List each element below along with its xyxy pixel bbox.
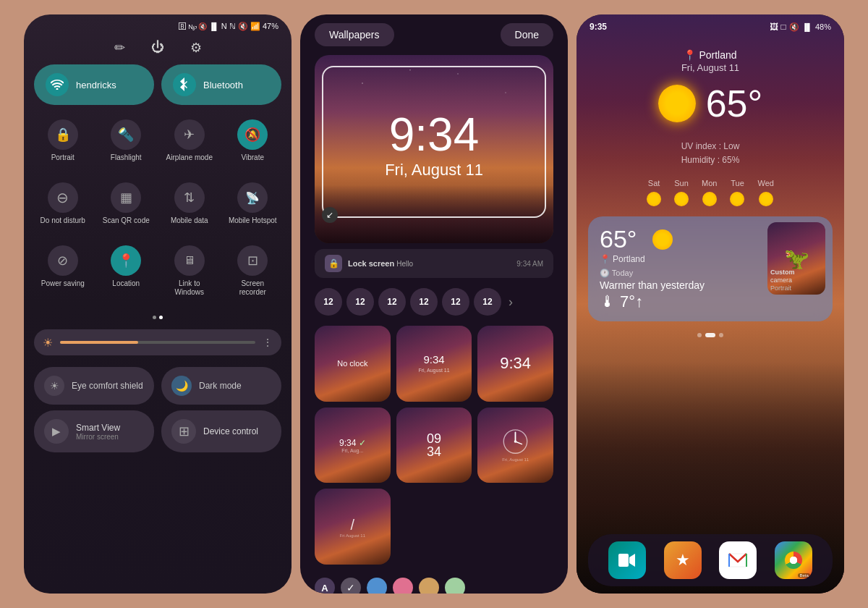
device-control-tile[interactable]: ⊞ Device control [161,410,281,452]
stacked-label: 0934 [427,432,441,458]
forecast-sun-tue [730,192,744,206]
wifi-tile[interactable]: hendricks [34,64,154,105]
settings-icon[interactable]: ⚙ [190,40,202,56]
wallpapers-button[interactable]: Wallpapers [315,23,394,46]
dock-faves-icon[interactable]: ★ [664,541,702,579]
widget-pin-icon: 📍 [600,254,610,264]
link-windows-tile[interactable]: 🖥 Link to Windows [161,238,218,304]
chrome-inner [785,552,802,569]
flashlight-tile[interactable]: 🔦 Flashlight [98,112,156,169]
edit-icon[interactable]: ✏ [114,40,125,56]
home-status-icons: 🖼 □ 🔇 ▐▌ 48% [770,22,831,32]
stacked-time: 0934 [427,432,441,458]
smart-view-tile[interactable]: ▶ Smart View Mirror screen [34,410,154,452]
dnd-tile[interactable]: ⊖ Do not disturb [34,175,92,232]
battery-outline-icon: □ [781,22,786,32]
color-dot-pink[interactable] [393,578,413,594]
flashlight-label: Flashlight [111,153,142,162]
hotspot-tile[interactable]: 📡 Mobile Hotspot [224,175,282,232]
airplane-tile[interactable]: ✈ Airplane mode [161,112,218,169]
eye-comfort-toggle[interactable]: ☀ Eye comfort shield [34,367,154,405]
qs-grid-1: 🔒 Portrait 🔦 Flashlight ✈ Airplane mode … [24,112,292,311]
qr-label: Scan QR code [103,216,150,225]
dsmall-time: 9:34 [418,355,449,367]
weather-widget-card[interactable]: 65° 📍 Portland 🕐 Today Warmer than yeste… [588,216,833,321]
powersaving-tile[interactable]: ⊘ Power saving [34,238,92,304]
clock-icon: 🕐 [600,269,610,277]
style-num-2[interactable]: 12 [346,288,374,316]
powersaving-icon: ⊘ [48,245,78,276]
done-button[interactable]: Done [501,23,553,46]
home-status-bar: 9:35 🖼 □ 🔇 ▐▌ 48% [576,14,844,35]
qr-tile[interactable]: ▦ Scan QR code [98,175,156,232]
day-sat: Sat [648,179,660,187]
forecast-mon: Mon [702,179,717,206]
day-mon: Mon [702,179,717,187]
style-num-4[interactable]: 12 [410,288,438,316]
home-dot-1 [697,333,702,337]
widget-sun-icon [652,229,673,250]
style-num-3[interactable]: 12 [378,288,406,316]
meet-svg [618,553,637,567]
color-dot-green[interactable] [445,578,465,594]
dark-mode-toggle[interactable]: 🌙 Dark mode [161,367,281,405]
clock-thumb-stacked[interactable]: 0934 [396,408,472,484]
vibrate-tile[interactable]: 🔕 Vibrate [224,112,282,169]
color-picker-dots: A ✓ [300,570,568,594]
style-num-1[interactable]: 12 [315,288,342,316]
location-icon: 📍 [111,245,141,276]
status-bar: 🄱 Ν℘ 🔇 ▐▌ Ν ℕ 🔇 📶 47% [24,14,292,34]
style-scroll: 12 12 12 12 12 12 › [315,288,516,316]
clock-thumb-digital-big[interactable]: 9:34 [477,326,553,402]
color-dot-a[interactable]: A [315,578,335,594]
color-dot-check[interactable]: ✓ [341,578,361,594]
portrait-label: Portrait [51,153,75,162]
vibrate-icon: 🔕 [237,119,268,150]
airplane-icon: ✈ [174,119,205,150]
phone-home-screen: 9:35 🖼 □ 🔇 ▐▌ 48% 📍 Portland Fri, August… [576,14,844,594]
power-icon[interactable]: ⏻ [151,40,164,56]
screen-recorder-tile[interactable]: ⊡ Screen recorder [224,238,282,304]
clock-thumb-digital-small[interactable]: 9:34 Fri, August 11 [396,326,472,402]
forecast-sat: Sat [647,179,661,206]
notif-text: Lock screen Hello [348,259,511,268]
no-clock-label: No clock [337,359,367,368]
color-dot-blue[interactable] [367,578,387,594]
preview-time: 9:34 [385,111,483,158]
brightness-fill [60,341,138,344]
humidity-text: Humidity : 65% [576,153,844,167]
portrait-label-mini: Portrait [770,284,795,292]
dock-gmail-icon[interactable] [719,541,757,579]
clock-thumb-minimal[interactable]: / Fri August 11 [315,489,391,565]
brightness-control[interactable]: ☀ ⋮ [34,329,281,355]
clock-thumb-with-date[interactable]: 9:34 ✓ Fri, Aug... [315,408,391,484]
mobiledata-tile[interactable]: ⇅ Mobile data [161,175,218,232]
portrait-tile[interactable]: 🔒 Portrait [34,112,92,169]
svg-point-3 [514,440,517,443]
portrait-icon: 🔒 [48,119,78,150]
forecast-sun-wed [759,192,773,206]
powersaving-label: Power saving [41,279,85,288]
home-screen-content: 9:35 🖼 □ 🔇 ▐▌ 48% 📍 Portland Fri, August… [576,14,844,594]
clock-thumb-analog[interactable]: Fri, August 11 [477,408,553,484]
cp-top-bar: Wallpapers Done [300,14,568,55]
bluetooth-tile[interactable]: Bluetooth [161,64,281,105]
sun-icon [658,85,696,122]
widget-temp-col: 65° 📍 Portland [600,227,645,264]
clock-thumb-no-clock[interactable]: No clock [315,326,391,402]
color-dot-orange[interactable] [419,578,439,594]
link-windows-icon: 🖥 [174,245,205,276]
weather-section: 📍 Portland Fri, August 11 65° [576,35,844,132]
style-num-6[interactable]: 12 [474,288,501,316]
resize-handle[interactable]: ↙ [322,207,338,223]
style-num-5[interactable]: 12 [442,288,469,316]
quick-settings-panel: 🄱 Ν℘ 🔇 ▐▌ Ν ℕ 🔇 📶 47% ✏ ⏻ ⚙ [24,14,292,594]
location-tile[interactable]: 📍 Location [98,238,156,304]
screen-recorder-label: Screen recorder [227,279,279,297]
dock-chrome-icon[interactable]: Beta [775,541,812,579]
brightness-more-icon[interactable]: ⋮ [263,337,273,348]
brightness-bar[interactable] [60,341,255,344]
bluetooth-status-icon: 🄱 [179,22,186,30]
dock-meet-icon[interactable] [608,541,646,579]
clock-preview: 9:34 Fri, August 11 ↙ [315,55,553,243]
